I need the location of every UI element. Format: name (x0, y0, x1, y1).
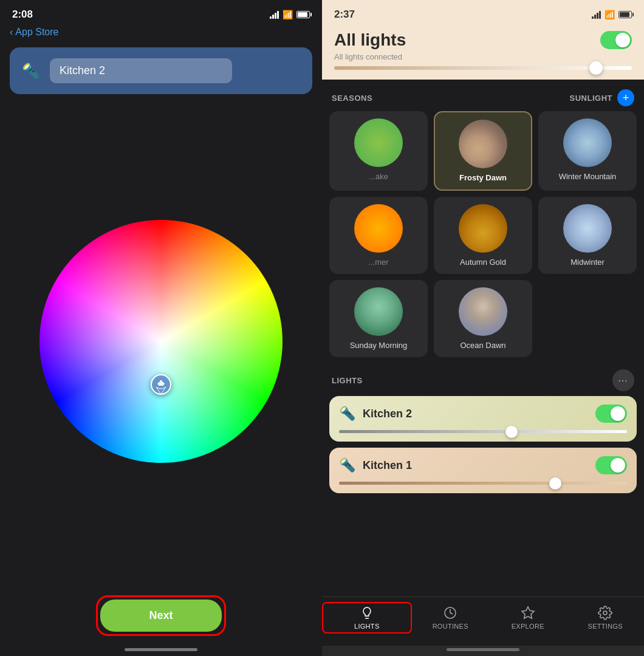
scene-name-summer: ...mer (368, 258, 388, 267)
settings-nav-icon (598, 606, 612, 620)
sunlight-label: SUNLIGHT (570, 94, 612, 103)
scene-card-ocean-dawn[interactable]: Ocean Dawn (434, 280, 532, 357)
bottom-nav: LIGHTS ROUTINES EXPLORE SETTINGS (322, 596, 644, 646)
kitchen2-brightness-slider[interactable] (339, 430, 627, 433)
light-name-kitchen1: Kitchen 1 (363, 459, 412, 472)
seasons-section-header: SEASONS SUNLIGHT + (322, 80, 644, 111)
nav-item-settings[interactable]: SETTINGS (567, 603, 645, 632)
lights-section-header: LIGHTS ⋯ (322, 364, 644, 396)
home-indicator-right (447, 648, 519, 651)
back-chevron-icon: ‹ (10, 27, 13, 38)
status-bar-left: 2:08 📶 (0, 0, 322, 24)
scene-card-autumn-gold[interactable]: Autumn Gold (434, 197, 532, 274)
next-button-area: Next (0, 583, 322, 648)
light-card-kitchen1[interactable]: 🔦 Kitchen 1 (329, 448, 637, 493)
status-icons-left: 📶 (270, 10, 310, 19)
more-options-button[interactable]: ⋯ (612, 369, 634, 391)
scene-image-sunday-morning (354, 287, 403, 336)
scene-grid: ...ake Frosty Dawn Winter Mountain ...me… (322, 111, 644, 364)
scene-card-frosty-dawn[interactable]: Frosty Dawn (434, 111, 532, 191)
light-card-kitchen1-left: 🔦 Kitchen 1 (339, 457, 412, 473)
settings-nav-label: SETTINGS (588, 623, 623, 630)
home-indicator-left (125, 648, 197, 651)
scene-image-winter-mountain (563, 118, 612, 167)
svg-rect-1 (160, 380, 162, 382)
battery-icon (296, 11, 310, 18)
all-lights-title: All lights (334, 30, 406, 50)
status-icons-right: 📶 (592, 10, 632, 19)
routines-nav-label: ROUTINES (433, 623, 468, 630)
kitchen1-toggle[interactable] (595, 456, 627, 474)
scene-name-winter-mountain: Winter Mountain (559, 172, 617, 181)
scene-name-autumn-gold: Autumn Gold (460, 258, 506, 267)
nav-item-routines[interactable]: ROUTINES (412, 603, 490, 632)
light-bulb-header-icon: 🔦 (22, 63, 40, 80)
scene-card-summer[interactable]: ...mer (329, 197, 428, 274)
scene-name-midwinter: Midwinter (570, 258, 605, 267)
scene-image-summer (354, 204, 403, 253)
nav-item-lights[interactable]: LIGHTS (322, 602, 412, 634)
scene-name-frosty-dawn: Frosty Dawn (459, 173, 507, 182)
scene-card-partial[interactable]: ...ake (329, 111, 428, 191)
scroll-content[interactable]: SEASONS SUNLIGHT + ...ake Frosty Dawn Wi… (322, 80, 644, 596)
color-picker-pin[interactable] (150, 374, 172, 405)
scene-image-partial (354, 118, 403, 167)
next-button[interactable]: Next (100, 600, 221, 632)
battery-icon-right (618, 11, 632, 18)
light-card-kitchen2-left: 🔦 Kitchen 2 (339, 406, 412, 422)
lights-nav-label: LIGHTS (354, 623, 380, 630)
scene-card-midwinter[interactable]: Midwinter (538, 197, 637, 274)
kitchen1-brightness-slider[interactable] (339, 482, 627, 485)
wifi-icon-right: 📶 (605, 10, 615, 19)
next-button-highlight: Next (96, 595, 225, 636)
time-right: 2:37 (334, 9, 355, 21)
nav-item-explore[interactable]: EXPLORE (489, 603, 567, 632)
seasons-label: SEASONS (332, 94, 372, 103)
brightness-slider[interactable] (334, 66, 632, 70)
signal-icon-right (592, 11, 601, 19)
time-left: 2:08 (12, 9, 33, 21)
scene-image-autumn-gold (459, 204, 507, 253)
scene-name-sunday-morning: Sunday Morning (350, 341, 408, 350)
light-name-kitchen2: Kitchen 2 (363, 408, 412, 420)
color-wheel-container[interactable] (39, 99, 283, 583)
wifi-icon: 📶 (283, 10, 293, 19)
add-scene-button[interactable]: + (617, 89, 634, 106)
light-name-input[interactable] (50, 58, 232, 83)
lights-nav-icon (360, 606, 374, 620)
scene-name-ocean-dawn: Ocean Dawn (460, 341, 505, 350)
color-wheel[interactable] (39, 220, 283, 463)
kitchen2-toggle[interactable] (595, 405, 627, 423)
all-lights-subtitle: All lights connected (334, 52, 632, 61)
back-label[interactable]: App Store (15, 27, 58, 38)
kitchen2-brightness-thumb[interactable] (505, 426, 518, 438)
light-card-kitchen2-top: 🔦 Kitchen 2 (339, 405, 627, 423)
explore-nav-label: EXPLORE (512, 623, 544, 630)
kitchen1-brightness-thumb[interactable] (549, 477, 561, 490)
signal-icon (270, 11, 279, 19)
routines-nav-icon (443, 606, 457, 620)
light-header-card: 🔦 (10, 47, 312, 94)
status-bar-right: 2:37 📶 (322, 0, 644, 26)
light-bulb-icon-kitchen1: 🔦 (339, 457, 355, 473)
scene-card-sunday-morning[interactable]: Sunday Morning (329, 280, 428, 357)
scene-card-winter-mountain[interactable]: Winter Mountain (538, 111, 637, 191)
all-lights-toggle[interactable] (600, 31, 632, 49)
light-bulb-icon-kitchen2: 🔦 (339, 406, 355, 422)
scene-name-partial: ...ake (369, 172, 388, 181)
light-card-kitchen1-top: 🔦 Kitchen 1 (339, 456, 627, 474)
left-panel: 2:08 📶 ‹ App Store 🔦 (0, 0, 322, 656)
back-navigation[interactable]: ‹ App Store (0, 24, 322, 43)
lights-section-label: LIGHTS (332, 376, 363, 385)
brightness-thumb[interactable] (589, 61, 603, 75)
scene-image-ocean-dawn (459, 287, 507, 336)
right-panel: 2:37 📶 All lights All lights connected (322, 0, 644, 656)
explore-nav-icon (521, 606, 535, 620)
brightness-slider-container[interactable] (334, 66, 632, 70)
scene-image-midwinter (563, 204, 612, 253)
all-lights-header: All lights All lights connected (322, 26, 644, 80)
scene-image-frosty-dawn (459, 120, 507, 168)
svg-rect-2 (365, 616, 369, 617)
svg-point-4 (603, 611, 607, 615)
light-card-kitchen2[interactable]: 🔦 Kitchen 2 (329, 396, 637, 442)
